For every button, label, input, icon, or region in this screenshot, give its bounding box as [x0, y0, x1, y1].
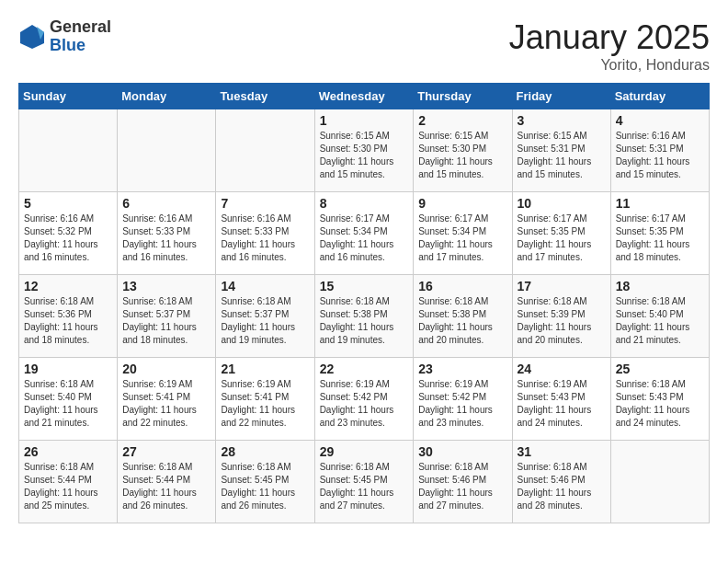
day-number: 22 — [320, 362, 409, 376]
day-cell: 2Sunrise: 6:15 AM Sunset: 5:30 PM Daylig… — [414, 109, 512, 192]
header-monday: Monday — [118, 84, 216, 109]
day-number: 1 — [320, 113, 409, 128]
day-cell: 20Sunrise: 6:19 AM Sunset: 5:41 PM Dayli… — [118, 358, 216, 441]
day-number: 11 — [616, 196, 704, 211]
logo-text: General Blue — [50, 18, 111, 55]
day-cell: 27Sunrise: 6:18 AM Sunset: 5:44 PM Dayli… — [118, 441, 216, 523]
day-number: 14 — [221, 279, 309, 293]
day-number: 10 — [518, 196, 606, 211]
day-cell: 18Sunrise: 6:18 AM Sunset: 5:40 PM Dayli… — [610, 275, 709, 358]
day-number: 3 — [518, 113, 606, 128]
week-row-1: 5Sunrise: 6:16 AM Sunset: 5:32 PM Daylig… — [19, 192, 710, 275]
day-info: Sunrise: 6:19 AM Sunset: 5:43 PM Dayligh… — [518, 378, 606, 430]
week-row-3: 19Sunrise: 6:18 AM Sunset: 5:40 PM Dayli… — [19, 358, 710, 441]
day-number: 31 — [518, 444, 606, 459]
day-cell: 9Sunrise: 6:17 AM Sunset: 5:34 PM Daylig… — [414, 192, 512, 275]
day-cell: 1Sunrise: 6:15 AM Sunset: 5:30 PM Daylig… — [314, 109, 414, 192]
day-info: Sunrise: 6:16 AM Sunset: 5:33 PM Dayligh… — [221, 213, 309, 264]
day-cell — [610, 441, 709, 523]
header-row: SundayMondayTuesdayWednesdayThursdayFrid… — [19, 84, 710, 109]
day-info: Sunrise: 6:15 AM Sunset: 5:31 PM Dayligh… — [518, 130, 606, 181]
day-info: Sunrise: 6:18 AM Sunset: 5:44 PM Dayligh… — [24, 461, 112, 512]
day-cell: 12Sunrise: 6:18 AM Sunset: 5:36 PM Dayli… — [19, 275, 118, 358]
day-cell: 15Sunrise: 6:18 AM Sunset: 5:38 PM Dayli… — [314, 275, 414, 358]
day-info: Sunrise: 6:18 AM Sunset: 5:37 PM Dayligh… — [221, 295, 309, 347]
day-cell: 7Sunrise: 6:16 AM Sunset: 5:33 PM Daylig… — [216, 192, 314, 275]
week-row-2: 12Sunrise: 6:18 AM Sunset: 5:36 PM Dayli… — [19, 275, 710, 358]
day-info: Sunrise: 6:17 AM Sunset: 5:34 PM Dayligh… — [418, 213, 506, 264]
day-cell — [118, 109, 216, 192]
day-number: 30 — [418, 444, 506, 459]
day-number: 23 — [418, 362, 506, 376]
day-info: Sunrise: 6:19 AM Sunset: 5:41 PM Dayligh… — [122, 378, 210, 430]
logo-icon — [18, 23, 46, 51]
day-cell: 22Sunrise: 6:19 AM Sunset: 5:42 PM Dayli… — [314, 358, 414, 441]
day-number: 24 — [518, 362, 606, 376]
day-info: Sunrise: 6:15 AM Sunset: 5:30 PM Dayligh… — [320, 130, 409, 181]
day-info: Sunrise: 6:18 AM Sunset: 5:46 PM Dayligh… — [518, 461, 606, 512]
day-info: Sunrise: 6:18 AM Sunset: 5:38 PM Dayligh… — [418, 295, 506, 347]
header-thursday: Thursday — [414, 84, 512, 109]
day-number: 20 — [122, 362, 210, 376]
day-cell — [19, 109, 118, 192]
day-info: Sunrise: 6:15 AM Sunset: 5:30 PM Dayligh… — [418, 130, 506, 181]
day-info: Sunrise: 6:17 AM Sunset: 5:34 PM Dayligh… — [320, 213, 409, 264]
page-header: General Blue January 2025 Yorito, Hondur… — [18, 18, 710, 74]
day-number: 9 — [418, 196, 506, 211]
day-cell — [216, 109, 314, 192]
day-number: 15 — [320, 279, 409, 293]
day-info: Sunrise: 6:17 AM Sunset: 5:35 PM Dayligh… — [616, 213, 704, 264]
header-wednesday: Wednesday — [314, 84, 414, 109]
day-cell: 17Sunrise: 6:18 AM Sunset: 5:39 PM Dayli… — [512, 275, 610, 358]
calendar-body: 1Sunrise: 6:15 AM Sunset: 5:30 PM Daylig… — [19, 109, 710, 523]
day-info: Sunrise: 6:18 AM Sunset: 5:46 PM Dayligh… — [418, 461, 506, 512]
day-info: Sunrise: 6:18 AM Sunset: 5:40 PM Dayligh… — [616, 295, 704, 347]
day-cell: 29Sunrise: 6:18 AM Sunset: 5:45 PM Dayli… — [314, 441, 414, 523]
day-info: Sunrise: 6:18 AM Sunset: 5:45 PM Dayligh… — [320, 461, 409, 512]
day-cell: 31Sunrise: 6:18 AM Sunset: 5:46 PM Dayli… — [512, 441, 610, 523]
logo-blue: Blue — [50, 37, 111, 55]
day-info: Sunrise: 6:17 AM Sunset: 5:35 PM Dayligh… — [518, 213, 606, 264]
day-number: 6 — [122, 196, 210, 211]
day-info: Sunrise: 6:19 AM Sunset: 5:42 PM Dayligh… — [418, 378, 506, 430]
day-number: 26 — [24, 444, 112, 459]
day-cell: 26Sunrise: 6:18 AM Sunset: 5:44 PM Dayli… — [19, 441, 118, 523]
day-cell: 30Sunrise: 6:18 AM Sunset: 5:46 PM Dayli… — [414, 441, 512, 523]
day-number: 28 — [221, 444, 309, 459]
day-info: Sunrise: 6:18 AM Sunset: 5:38 PM Dayligh… — [320, 295, 409, 347]
header-friday: Friday — [512, 84, 610, 109]
day-number: 27 — [122, 444, 210, 459]
day-number: 16 — [418, 279, 506, 293]
header-tuesday: Tuesday — [216, 84, 314, 109]
day-cell: 4Sunrise: 6:16 AM Sunset: 5:31 PM Daylig… — [610, 109, 709, 192]
day-number: 17 — [518, 279, 606, 293]
logo-general: General — [50, 18, 111, 37]
day-number: 7 — [221, 196, 309, 211]
calendar-header: SundayMondayTuesdayWednesdayThursdayFrid… — [19, 84, 710, 109]
day-info: Sunrise: 6:18 AM Sunset: 5:40 PM Dayligh… — [24, 378, 112, 430]
day-number: 13 — [122, 279, 210, 293]
day-info: Sunrise: 6:18 AM Sunset: 5:44 PM Dayligh… — [122, 461, 210, 512]
day-cell: 13Sunrise: 6:18 AM Sunset: 5:37 PM Dayli… — [118, 275, 216, 358]
day-number: 21 — [221, 362, 309, 376]
day-cell: 6Sunrise: 6:16 AM Sunset: 5:33 PM Daylig… — [118, 192, 216, 275]
calendar-table: SundayMondayTuesdayWednesdayThursdayFrid… — [18, 83, 710, 523]
day-number: 2 — [418, 113, 506, 128]
day-cell: 28Sunrise: 6:18 AM Sunset: 5:45 PM Dayli… — [216, 441, 314, 523]
day-cell: 8Sunrise: 6:17 AM Sunset: 5:34 PM Daylig… — [314, 192, 414, 275]
day-cell: 16Sunrise: 6:18 AM Sunset: 5:38 PM Dayli… — [414, 275, 512, 358]
day-info: Sunrise: 6:19 AM Sunset: 5:42 PM Dayligh… — [320, 378, 409, 430]
day-number: 12 — [24, 279, 112, 293]
day-cell: 23Sunrise: 6:19 AM Sunset: 5:42 PM Dayli… — [414, 358, 512, 441]
day-cell: 19Sunrise: 6:18 AM Sunset: 5:40 PM Dayli… — [19, 358, 118, 441]
location: Yorito, Honduras — [509, 57, 710, 74]
day-number: 25 — [616, 362, 704, 376]
day-info: Sunrise: 6:18 AM Sunset: 5:36 PM Dayligh… — [24, 295, 112, 347]
logo: General Blue — [18, 18, 111, 55]
day-number: 19 — [24, 362, 112, 376]
title-block: January 2025 Yorito, Honduras — [509, 18, 710, 74]
week-row-4: 26Sunrise: 6:18 AM Sunset: 5:44 PM Dayli… — [19, 441, 710, 523]
day-info: Sunrise: 6:19 AM Sunset: 5:41 PM Dayligh… — [221, 378, 309, 430]
day-info: Sunrise: 6:18 AM Sunset: 5:37 PM Dayligh… — [122, 295, 210, 347]
day-cell: 25Sunrise: 6:18 AM Sunset: 5:43 PM Dayli… — [610, 358, 709, 441]
